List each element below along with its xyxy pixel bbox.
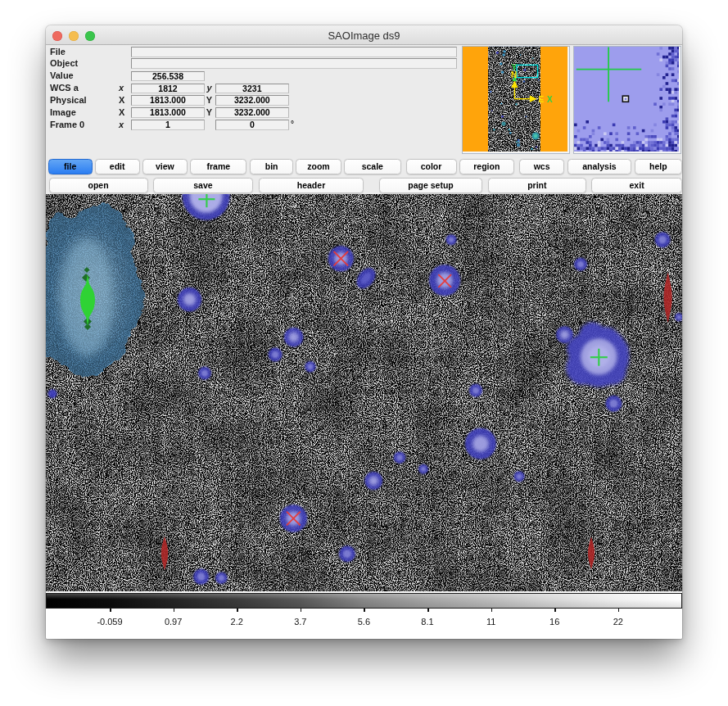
svg-text:N: N [511, 70, 517, 79]
svg-text:X: X [547, 95, 553, 104]
svg-text:E: E [539, 95, 545, 104]
